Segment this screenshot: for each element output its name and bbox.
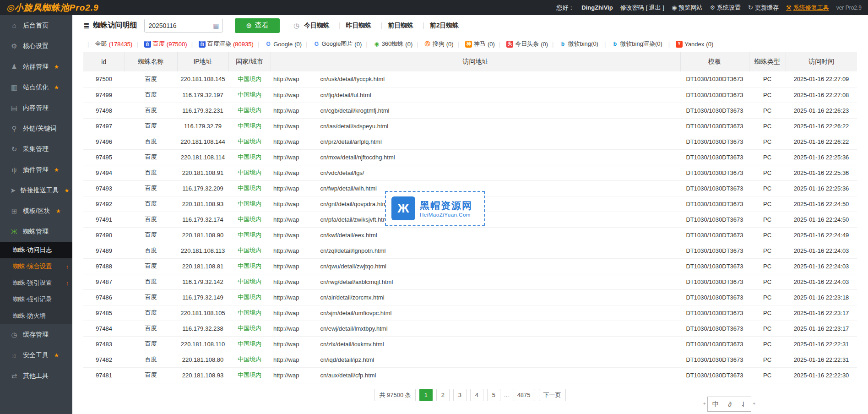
cell-spider-type: PC (749, 212, 786, 227)
quick-link[interactable]: 昨日蜘蛛 (332, 22, 373, 29)
sidebar-item[interactable]: ⊞ 模板/区块 ★ (0, 201, 72, 221)
sidebar-subitem[interactable]: 蜘蛛·强引记录 (0, 291, 72, 308)
quick-link[interactable]: 前2日蜘蛛 (416, 22, 460, 29)
sidebar-item[interactable]: ⇄ 其他工具 (0, 365, 72, 386)
cell-visit-time: 2025-01-16 22:26:23 (786, 103, 857, 118)
sidebar-item[interactable]: ♟ 站群管理 ★ (0, 56, 72, 77)
quick-links: ◷ 今日蜘蛛 昨日蜘蛛 前日蜘蛛 前2日蜘蛛 (293, 22, 460, 30)
sidebar-item-icon: ⊞ (10, 207, 18, 215)
sidebar-top-menu: ⌂ 后台首页 ⚙ 核心设置 ♟ 站群管理 ★ ▥ 站点优化 ★ (0, 15, 72, 242)
spider-filter[interactable]: G Google图片 (0) (302, 40, 362, 48)
view-button[interactable]: ⊕ 查看 (235, 18, 280, 33)
stamp-glyph: ∂ (728, 400, 731, 408)
system-settings-link[interactable]: ⚙ 系统设置 (710, 4, 741, 12)
pin-icon: ★ (56, 208, 61, 214)
date-input[interactable]: 20250116 ▦ (144, 19, 223, 33)
cell-url: http://wapcn/zql/detail/lgnpotn.html (271, 243, 680, 258)
spider-filter-count: (0) (294, 41, 302, 48)
quick-link[interactable]: 前日蜘蛛 (374, 22, 415, 29)
page-number[interactable]: 5 (487, 389, 500, 401)
cell-ip: 116.179.32.231 (177, 103, 228, 118)
table-row: 97495 百度 220.181.108.114 中国境内 http://wap… (83, 149, 857, 165)
cell-ip: 220.181.108.114 (177, 149, 228, 165)
sidebar-item-label: 站群管理 (23, 63, 49, 71)
sidebar-subitem[interactable]: 蜘蛛·防火墙 (0, 308, 72, 324)
sidebar-item-icon: ⚙ (10, 42, 18, 50)
sidebar-item[interactable]: ▥ 站点优化 ★ (0, 77, 72, 98)
logout-link[interactable]: [ 退出 ] (646, 4, 664, 12)
page-number[interactable]: 3 (453, 389, 467, 401)
sidebar-subitem-label: 蜘蛛·强引记录 (13, 295, 52, 304)
page-number[interactable]: 4 (470, 389, 483, 401)
cell-spider-name: 百度 (125, 134, 177, 149)
cell-visit-time: 2025-01-16 22:24:03 (786, 274, 857, 289)
sidebar-item[interactable]: ⚙ 核心设置 (0, 36, 72, 56)
spider-filter[interactable]: 百 百度渲染 (80935) (187, 40, 254, 48)
pin-icon: ★ (54, 167, 59, 173)
spider-filter[interactable]: 神 神马 (0) (454, 40, 495, 48)
spider-filter[interactable]: ◉ 360蜘蛛 (0) (362, 40, 412, 48)
cell-spider-name: 百度 (125, 87, 177, 103)
system-settings-label: 系统设置 (717, 4, 741, 12)
cell-ip: 116.179.32.79 (177, 118, 228, 134)
spider-filter-label: 神马 (474, 40, 486, 48)
cell-url: http://wapcn/ewj/detail/lmxtbpy.html (271, 321, 680, 336)
sidebar-item[interactable]: ψ 插件管理 ★ (0, 159, 72, 180)
stat-stamp: 中 ∂ ⇃ (707, 397, 751, 412)
sidebar-item[interactable]: ▤ 内容管理 (0, 98, 72, 118)
spider-filter[interactable]: b 微软bing(0) (548, 40, 600, 48)
gear-icon: ⚙ (710, 4, 715, 11)
pin-icon: ★ (65, 187, 70, 194)
cell-spider-type: PC (749, 336, 786, 352)
change-password-link[interactable]: 修改密码 [ 退出 ] (620, 4, 664, 12)
sidebar-item-label: 其他工具 (23, 372, 49, 380)
url-path: cn/air/detail/zorcmx.html (320, 294, 384, 301)
cell-ip: 220.181.108.110 (177, 336, 228, 352)
spider-filter[interactable]: b 微软bing渲染(0) (600, 40, 664, 48)
spider-filter-bar: 全部 (178435) 百 百度 (97500) 百 百度渲染 (80935) … (72, 36, 868, 52)
cell-spider-type: PC (749, 196, 786, 212)
app-logo: ◎小旋风蜘蛛池Pro2.9 (6, 2, 99, 14)
spider-filter[interactable]: 全部 (178435) (83, 40, 132, 48)
cell-ip: 116.179.32.149 (177, 289, 228, 305)
cell-id: 97481 (83, 367, 125, 383)
spider-filter[interactable]: Ⓢ 搜狗 (0) (412, 40, 453, 48)
repair-tool-link[interactable]: ⚒ 系统修复工具 (786, 4, 829, 12)
sidebar-subitem[interactable]: 蜘蛛·访问日志 (0, 242, 72, 258)
cell-visit-time: 2025-01-16 22:22:30 (786, 367, 857, 383)
sidebar-item[interactable]: ⚲ 外链/关键词 (0, 118, 72, 139)
url-path: cn/zql/detail/lgnpotn.html (320, 247, 385, 254)
preview-site-link[interactable]: ◉ 预览网站 (672, 4, 702, 12)
sidebar-item[interactable]: ↻ 采集管理 (0, 139, 72, 159)
cell-spider-name: 百度 (125, 71, 177, 87)
sidebar-subitem[interactable]: 蜘蛛·强引设置 ↑ (0, 275, 72, 291)
sidebar-subitem[interactable]: 蜘蛛·综合设置 ↑ (0, 258, 72, 275)
calendar-icon[interactable]: ▦ (213, 22, 219, 29)
url-path: cn/aux/detail/cfp.html (320, 372, 376, 379)
url-prefix: http://wap (273, 201, 299, 207)
spider-filter[interactable]: G Google (0) (254, 41, 302, 48)
next-page-button[interactable]: 下一页 (539, 389, 566, 401)
sidebar-item-icon: ▤ (10, 104, 18, 112)
spider-filter[interactable]: Y Yandex (0) (664, 41, 713, 48)
sidebar-item[interactable]: ◷ 缓存管理 (0, 324, 72, 345)
sidebar-item[interactable]: ☼ 安全工具 ★ (0, 345, 72, 365)
sidebar: ⌂ 后台首页 ⚙ 核心设置 ♟ 站群管理 ★ ▥ 站点优化 ★ (0, 15, 72, 414)
cell-id: 97494 (83, 165, 125, 180)
update-cache-link[interactable]: ↻ 更新缓存 (748, 4, 779, 12)
page-number[interactable]: 1 (419, 389, 433, 401)
sidebar-item[interactable]: Ж 蜘蛛管理 (0, 221, 72, 242)
quick-link[interactable]: 今日蜘蛛 (303, 22, 331, 29)
url-prefix: http://wap (273, 123, 299, 130)
cell-template: DT1030/1030DT3673 (680, 305, 749, 321)
page-number[interactable]: 2 (436, 389, 450, 401)
sidebar-item[interactable]: ⌂ 后台首页 (0, 15, 72, 36)
cell-visit-time: 2025-01-16 22:25:36 (786, 149, 857, 165)
url-path: cn/mxw/detail/njftocdhg.html (320, 154, 395, 161)
last-page-number[interactable]: 4875 (513, 389, 535, 401)
sidebar-item[interactable]: ➤ 链接推送工具 ★ (0, 180, 72, 201)
sidebar-item-icon: ⚲ (10, 125, 18, 133)
spider-filter[interactable]: 百 百度 (97500) (132, 40, 187, 48)
pin-icon: ★ (54, 84, 59, 91)
spider-filter[interactable]: 头 今日头条 (0) (495, 40, 548, 48)
